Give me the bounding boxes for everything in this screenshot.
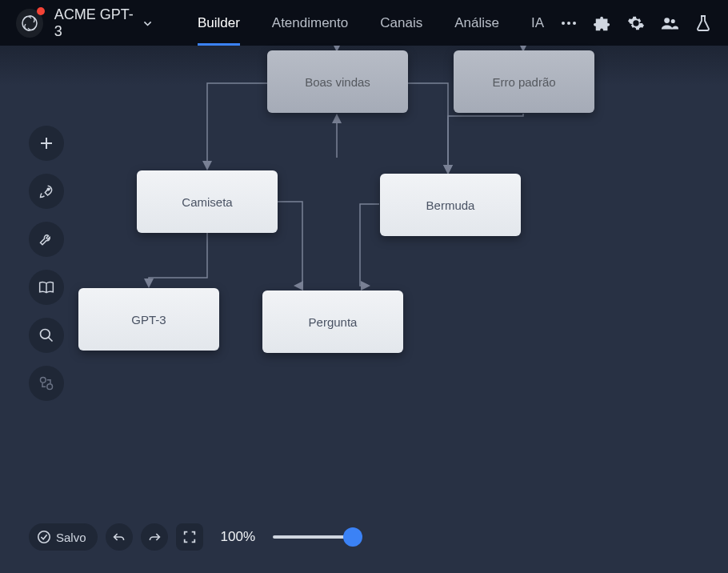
node-camiseta[interactable]: Camiseta xyxy=(137,170,278,233)
search-button[interactable] xyxy=(29,318,64,353)
book-icon xyxy=(38,280,54,295)
app-title-text: ACME GPT-3 xyxy=(54,6,136,40)
svg-point-5 xyxy=(671,18,675,22)
svg-point-8 xyxy=(41,378,46,383)
nav-canais[interactable]: Canais xyxy=(364,0,438,46)
add-button[interactable] xyxy=(29,126,64,161)
exchange-icon xyxy=(38,375,54,391)
node-label: Erro padrão xyxy=(492,75,555,89)
flask-icon[interactable] xyxy=(694,14,712,32)
node-label: GPT-3 xyxy=(131,313,166,327)
zoom-thumb[interactable] xyxy=(343,527,362,547)
svg-point-9 xyxy=(47,384,53,390)
node-bermuda[interactable]: Bermuda xyxy=(380,174,521,236)
gear-icon[interactable] xyxy=(627,14,645,32)
deploy-button[interactable] xyxy=(29,174,64,209)
plus-icon xyxy=(38,135,54,151)
settings-button[interactable] xyxy=(29,222,64,257)
openai-icon xyxy=(20,14,39,33)
nav-builder[interactable]: Builder xyxy=(182,0,256,46)
search-icon xyxy=(38,327,54,343)
node-label: Bermuda xyxy=(426,198,475,212)
side-toolbar xyxy=(29,126,64,401)
chevron-down-icon xyxy=(142,18,153,29)
node-label: Boas vindas xyxy=(305,75,370,89)
nav-atendimento[interactable]: Atendimento xyxy=(256,0,364,46)
people-icon[interactable] xyxy=(661,14,678,32)
puzzle-icon[interactable] xyxy=(594,14,611,32)
redo-button[interactable] xyxy=(141,523,168,551)
node-gpt3[interactable]: GPT-3 xyxy=(78,288,219,351)
wrench-icon xyxy=(38,231,54,247)
main-nav: Builder Atendimento Canais Análise IA xyxy=(182,0,560,46)
app-title-dropdown[interactable]: ACME GPT-3 xyxy=(54,6,153,40)
nav-label: Canais xyxy=(380,15,422,31)
svg-point-4 xyxy=(664,18,670,23)
notification-badge xyxy=(37,7,45,15)
variables-button[interactable] xyxy=(29,366,64,401)
redo-icon xyxy=(148,531,161,543)
svg-point-3 xyxy=(573,22,576,25)
fullscreen-icon xyxy=(182,530,197,544)
svg-point-7 xyxy=(41,330,50,339)
rocket-icon xyxy=(38,183,54,199)
zoom-slider[interactable] xyxy=(273,535,353,539)
top-bar: ACME GPT-3 Builder Atendimento Canais An… xyxy=(0,0,728,46)
nav-ia[interactable]: IA xyxy=(515,0,560,46)
node-label: Camiseta xyxy=(182,195,232,209)
svg-point-10 xyxy=(38,531,50,543)
svg-point-1 xyxy=(562,22,565,25)
canvas[interactable]: Boas vindas Erro padrão Camiseta Bermuda… xyxy=(0,46,728,573)
check-circle-icon xyxy=(37,530,51,544)
node-pergunta[interactable]: Pergunta xyxy=(262,291,403,353)
app-logo[interactable] xyxy=(16,9,43,38)
undo-button[interactable] xyxy=(106,523,133,551)
undo-icon xyxy=(113,531,126,543)
svg-point-6 xyxy=(47,188,50,190)
bottom-bar: Salvo 100% xyxy=(29,523,353,551)
fullscreen-button[interactable] xyxy=(176,523,203,551)
zoom-label: 100% xyxy=(221,529,255,545)
docs-button[interactable] xyxy=(29,270,64,305)
save-label: Salvo xyxy=(56,531,86,544)
node-boas-vindas[interactable]: Boas vindas xyxy=(267,50,408,113)
nav-label: IA xyxy=(531,15,544,31)
svg-point-2 xyxy=(567,22,570,25)
nav-analise[interactable]: Análise xyxy=(438,0,515,46)
node-label: Pergunta xyxy=(309,315,358,329)
nav-label: Builder xyxy=(198,15,240,31)
topbar-right xyxy=(560,14,712,32)
save-status: Salvo xyxy=(29,523,98,551)
nav-label: Atendimento xyxy=(272,15,348,31)
nav-label: Análise xyxy=(454,15,499,31)
node-erro-padrao[interactable]: Erro padrão xyxy=(454,50,594,113)
more-icon[interactable] xyxy=(560,14,578,32)
